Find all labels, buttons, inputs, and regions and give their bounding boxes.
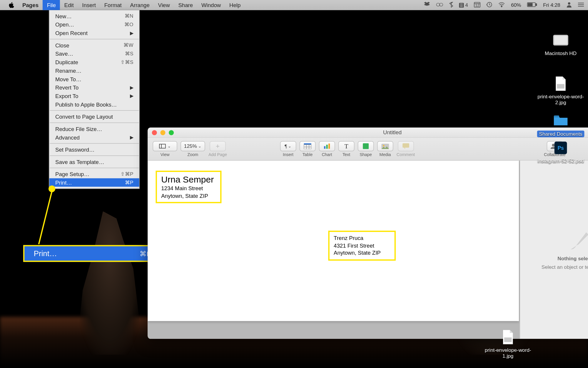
desktop-icon-pe2[interactable]: print-envelope-word-2.jpg [535,75,586,105]
menubar: Pages File Edit Insert Format Arrange Vi… [0,0,588,10]
table-button[interactable]: Table [300,141,316,157]
menu-open[interactable]: Open…⌘O [49,20,139,29]
calendar-icon[interactable]: 12 [474,1,481,9]
menu-open-recent[interactable]: Open Recent▶ [49,29,139,37]
menu-close[interactable]: Close⌘W [49,41,139,49]
svg-point-5 [501,6,502,7]
return-line1: 1234 Main Street [161,185,216,192]
menu-separator [50,122,139,123]
zoom-select[interactable]: 125%⌄ Zoom [181,141,205,157]
window-titlebar[interactable]: Untitled [148,127,588,137]
notification-center-icon[interactable] [578,2,584,8]
user-icon[interactable] [566,1,572,9]
menu-duplicate[interactable]: Duplicate⇧⌘S [49,58,139,67]
menu-share[interactable]: Share [174,0,197,10]
menu-window[interactable]: Window [197,0,225,10]
menu-help[interactable]: Help [225,0,245,10]
table-icon [304,143,311,149]
svg-rect-10 [159,144,166,148]
svg-point-18 [383,145,384,146]
menu-publish-apple-books[interactable]: Publish to Apple Books… [49,100,139,109]
media-button[interactable]: Media [377,141,393,157]
inspector-subtitle: Select an object or text to format. [542,264,588,270]
svg-rect-8 [528,3,532,6]
chart-button[interactable]: Chart [319,141,335,157]
bluetooth-icon[interactable] [449,1,453,9]
sync-icon[interactable] [436,2,443,8]
harddrive-icon [553,35,568,46]
apple-icon [9,2,14,8]
text-button[interactable]: T Text [338,141,355,157]
recipient-line2: Anytown, State ZIP [334,249,390,257]
svg-rect-25 [554,115,559,117]
menu-move-to[interactable]: Move To… [49,75,139,83]
battery-icon[interactable] [527,2,537,8]
desktop-icon-pe1[interactable]: print-envelope-word-1.jpg [483,329,533,359]
svg-rect-15 [328,144,330,149]
svg-rect-28 [504,337,512,342]
document-canvas[interactable]: Urna Semper 1234 Main Street Anytown, St… [148,160,520,339]
battery-percent: 60% [511,2,521,8]
shape-button[interactable]: Shape [358,141,374,157]
file-menu-dropdown: New…⌘N Open…⌘O Open Recent▶ Close⌘W Save… [49,10,140,189]
menu-new[interactable]: New…⌘N [49,12,139,20]
dropbox-icon[interactable] [424,2,430,9]
svg-rect-11 [304,143,311,145]
toolbar: ⌄ View 125%⌄ Zoom + Add Page ¶⌄ Insert T… [148,138,588,160]
view-button[interactable]: ⌄ View [153,141,177,157]
menu-set-password[interactable]: Set Password… [49,145,139,154]
envelope-page[interactable]: Urna Semper 1234 Main Street Anytown, St… [148,160,519,321]
desktop-icon-hd[interactable]: Macintosh HD [535,32,586,56]
app-name[interactable]: Pages [18,2,43,8]
clock[interactable]: Fri 4:28 [543,2,560,8]
menu-insert[interactable]: Insert [78,0,100,10]
menu-reduce-file-size[interactable]: Reduce File Size… [49,125,139,133]
recipient-address-box[interactable]: Trenz Pruca 4321 First Street Anytown, S… [328,231,396,261]
desktop-icon-shared[interactable]: Shared Documents [535,112,586,137]
menu-format[interactable]: Format [100,0,126,10]
todo-icon[interactable]: 4 [459,2,468,8]
apple-menu[interactable] [4,0,18,10]
svg-rect-23 [554,36,567,44]
inspector-title: Nothing selected. [557,256,588,261]
brush-large-icon [567,229,588,253]
submenu-arrow-icon: ▶ [130,30,133,36]
menu-save-as-template[interactable]: Save as Template… [49,158,139,166]
return-name: Urna Semper [161,175,216,185]
chevron-down-icon: ⌄ [288,144,291,148]
annotation-callout-print: Print… ⌘P [23,245,158,262]
minimize-button[interactable] [160,130,165,135]
fullscreen-button[interactable] [169,130,174,135]
menu-view[interactable]: View [154,0,174,10]
media-icon [381,143,389,149]
menu-advanced[interactable]: Advanced▶ [49,133,139,142]
menu-edit[interactable]: Edit [60,0,78,10]
desktop-icon-psd[interactable]: Ps instagram-52-52.psd [535,140,586,164]
menu-file[interactable]: File [43,0,60,10]
callout-label: Print… [34,249,140,258]
panels-icon [159,144,166,149]
svg-rect-14 [326,145,328,149]
comment-button[interactable]: Comment [397,141,415,157]
insert-button[interactable]: ¶⌄ Insert [280,141,296,157]
menu-convert-page-layout[interactable]: Convert to Page Layout [49,112,139,121]
menu-rename[interactable]: Rename… [49,66,139,75]
menu-separator [50,39,139,39]
timemachine-icon[interactable] [487,1,492,9]
menu-revert-to[interactable]: Revert To▶ [49,83,139,92]
wifi-icon[interactable] [498,2,505,8]
return-address-box[interactable]: Urna Semper 1234 Main Street Anytown, St… [156,171,222,203]
format-inspector: Nothing selected. Select an object or te… [520,160,588,339]
add-page-button[interactable]: + Add Page [208,141,227,157]
svg-rect-16 [363,143,369,149]
menu-export-to[interactable]: Export To▶ [49,92,139,100]
traffic-lights [152,130,174,135]
menu-print[interactable]: Print…⌘P [49,178,139,187]
jpg-file-icon [502,330,514,344]
close-button[interactable] [152,130,157,135]
pages-window: Untitled ⌄ View 125%⌄ Zoom + Add Page ¶⌄… [148,127,588,339]
submenu-arrow-icon: ▶ [130,93,133,99]
menu-save[interactable]: Save…⌘S [49,49,139,58]
menu-page-setup[interactable]: Page Setup…⇧⌘P [49,170,139,178]
menu-arrange[interactable]: Arrange [126,0,154,10]
